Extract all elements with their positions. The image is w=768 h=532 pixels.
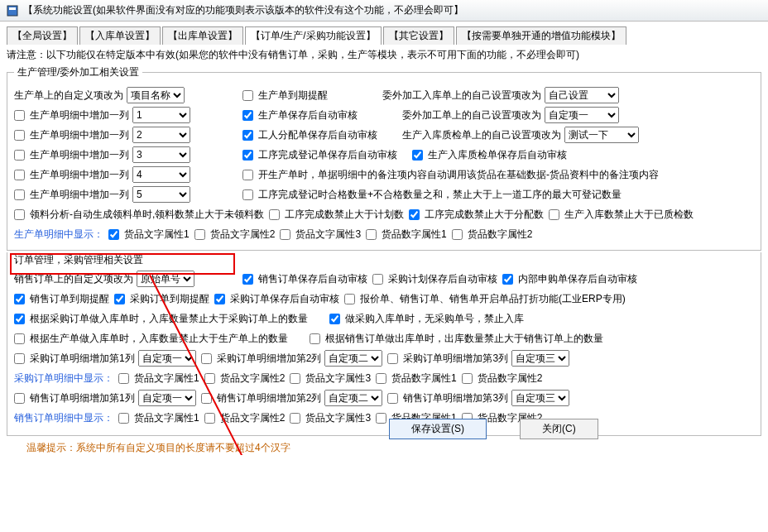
cb-sale-out-limit[interactable] [310,333,320,344]
cb-p-attr3[interactable] [280,229,290,240]
sel-sale-col1[interactable]: 自定项一 [138,390,196,406]
outsrc-select2[interactable]: 自定项一 [545,107,619,123]
app-icon [7,5,18,17]
cb-proc-done-audit[interactable] [242,150,253,161]
sel-addcol-1[interactable]: 1 [132,107,190,123]
group-order-purchase: 订单管理，采购管理相关设置 销售订单上的自定义项改为 原始单号 销售订单保存后自… [7,252,761,436]
cb-sa-attr1[interactable] [118,413,129,424]
sel-sale-col2[interactable]: 自定项二 [324,390,382,406]
tab-other[interactable]: 【其它设置】 [383,26,454,45]
warm-tip: 温馨提示：系统中所有自定义项目的长度请不要超过4个汉字 [26,441,290,455]
cb-addcol-4[interactable] [14,170,25,180]
save-button[interactable]: 保存设置(S) [389,419,487,439]
cb-pick-limit[interactable] [14,209,25,220]
cb-proc-vs-assign[interactable] [409,209,420,220]
qc-in-select[interactable]: 测试一下 [564,127,639,143]
cb-purchplan-audit[interactable] [372,274,383,285]
cb-internal-req-audit[interactable] [502,274,513,285]
cb-pu-nattr1[interactable] [376,373,386,384]
outsrc-label2: 委外加工单上的自己设置项改为 [402,106,541,124]
cb-sale-col3[interactable] [387,393,398,404]
outsrc-in-select[interactable]: 自己设置 [545,87,619,103]
tab-global[interactable]: 【全局设置】 [7,26,78,45]
cb-purch-in-limit[interactable] [14,314,25,324]
cb-p-nattr1[interactable] [366,229,377,240]
cb-purch-col3[interactable] [387,353,398,364]
sel-addcol-3[interactable]: 3 [132,146,190,163]
tab-strip: 【全局设置】 【入库单设置】 【出库单设置】 【订单/生产/采购功能设置】 【其… [7,26,761,45]
cb-pu-attr1[interactable] [118,373,129,384]
sel-addcol-2[interactable]: 2 [132,127,190,143]
cb-sa-attr3[interactable] [290,413,300,424]
cb-proc-vs-plan[interactable] [269,209,280,220]
outsrc-in-label: 委外加工入库单上的自己设置项改为 [382,86,541,104]
sel-purch-col3[interactable]: 自定项三 [511,350,569,367]
cb-purch-col2[interactable] [201,353,212,364]
cb-prod-due-remind[interactable] [242,90,253,101]
svg-rect-0 [7,6,17,16]
sel-purch-col1[interactable]: 自定项一 [138,350,196,367]
group-production: 生产管理/委外加工相关设置 生产单上的自定义项改为 项目名称 生产单到期提醒 委… [7,65,761,251]
prod-show-label: 生产单明细中显示： [14,225,103,243]
prod-custom-label: 生产单上的自定义项改为 [14,86,123,104]
cb-purch-save-audit[interactable] [214,294,225,304]
cb-purch-col1[interactable] [14,353,25,364]
cb-addcol-1[interactable] [14,110,25,121]
cb-p-attr1[interactable] [108,229,119,240]
sel-sale-col3[interactable]: 自定项三 [511,390,569,406]
cb-proc-sum-limit[interactable] [242,189,253,200]
cb-pu-attr3[interactable] [290,373,300,384]
cb-p-nattr2[interactable] [452,229,463,240]
sale-custom-label: 销售订单上的自定义项改为 [14,270,133,288]
cb-addcol-3[interactable] [14,150,25,161]
cb-prod-save-audit[interactable] [242,110,253,121]
cb-sale-col1[interactable] [14,393,25,404]
cb-worker-audit[interactable] [242,130,253,141]
cb-item-discount[interactable] [344,294,355,304]
sel-addcol-4[interactable]: 4 [132,166,190,183]
cb-addcol-5[interactable] [14,189,25,200]
cb-open-prod-remark[interactable] [242,170,253,180]
tab-outstock[interactable]: 【出库单设置】 [162,26,243,45]
prod-custom-select[interactable]: 项目名称 [127,87,185,103]
group-order-legend: 订单管理，采购管理相关设置 [11,253,146,267]
cb-sa-attr2[interactable] [204,413,215,424]
purch-show-label: 采购订单明细中显示： [14,369,113,387]
cb-sale-save-audit[interactable] [242,274,253,285]
title-bar: 【系统功能设置(如果软件界面没有对应的功能项则表示该版本的软件没有这个功能，不必… [0,0,768,22]
sale-custom-select[interactable]: 原始单号 [137,271,194,287]
tab-order-prod-purchase[interactable]: 【订单/生产/采购功能设置】 [245,26,382,45]
cb-prod-in-limit[interactable] [14,333,25,344]
cb-no-purchno-forbid[interactable] [329,314,340,324]
cb-sale-col2[interactable] [201,393,212,404]
svg-rect-1 [9,7,16,10]
window-title: 【系统功能设置(如果软件界面没有对应的功能项则表示该版本的软件没有这个功能，不必… [23,3,463,17]
cb-pu-attr2[interactable] [204,373,215,384]
tab-instock[interactable]: 【入库单设置】 [79,26,161,45]
sale-show-label: 销售订单明细中显示： [14,409,113,427]
cb-qc-save-audit[interactable] [412,150,423,161]
notice-text: 请注意：以下功能仅在特定版本中有效(如果您的软件中没有销售订单，采购，生产等模块… [0,45,768,64]
qc-in-label: 生产入库质检单上的自己设置项改为 [402,126,561,144]
cb-p-attr2[interactable] [194,229,205,240]
group-production-legend: 生产管理/委外加工相关设置 [14,65,142,79]
cb-pu-nattr2[interactable] [462,373,473,384]
cb-in-vs-qc[interactable] [549,209,559,220]
tab-addon[interactable]: 【按需要单独开通的增值功能模块】 [456,26,626,45]
cb-purch-due[interactable] [114,294,125,304]
cb-addcol-2[interactable] [14,130,25,141]
sel-purch-col2[interactable]: 自定项二 [324,350,382,367]
sel-addcol-5[interactable]: 5 [132,186,190,203]
close-button[interactable]: 关闭(C) [520,419,598,439]
cb-sa-nattr1[interactable] [376,413,386,424]
cb-sale-due[interactable] [14,294,25,304]
